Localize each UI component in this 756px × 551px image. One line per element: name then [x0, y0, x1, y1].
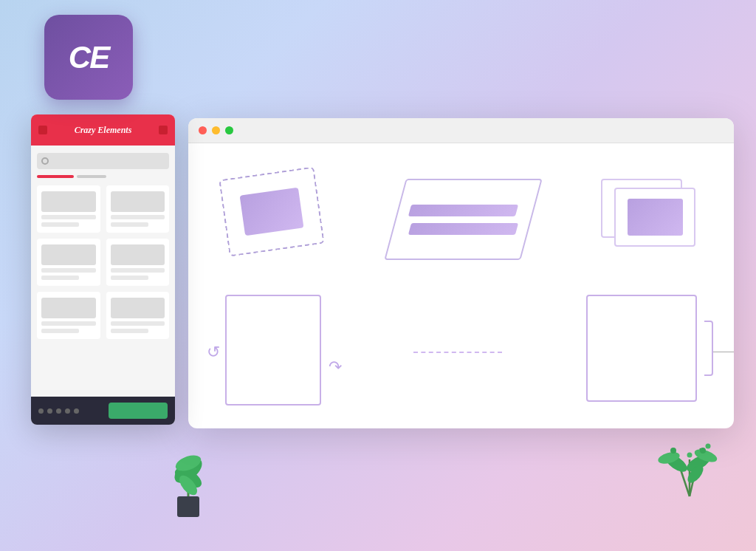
ce-logo-text: CE [69, 40, 109, 75]
rotate-box [225, 295, 321, 405]
app-panel-body [31, 146, 175, 346]
app-card-thumb-4 [111, 244, 165, 265]
app-card-thumb-5 [41, 298, 96, 318]
browser-titlebar [188, 118, 734, 143]
app-card-line-1a [41, 215, 96, 219]
svg-point-14 [700, 448, 706, 454]
app-search-bar[interactable] [37, 153, 169, 169]
panel-header-dot-left [38, 126, 47, 134]
app-card-2 [106, 185, 170, 233]
footer-dot-1 [38, 408, 44, 414]
svg-point-16 [670, 448, 676, 454]
arrow-line [713, 352, 734, 353]
app-card-line-2b [111, 222, 148, 227]
box-rotate-wrap: ↺ ↷ [225, 295, 329, 409]
app-card-4 [106, 239, 170, 286]
svg-point-17 [687, 453, 693, 458]
search-icon [41, 157, 49, 165]
ce-logo: CE [44, 15, 133, 100]
app-card-line-4a [111, 268, 165, 273]
parallelogram-outer [395, 179, 532, 260]
app-card-line-5b [41, 329, 79, 333]
footer-button[interactable] [109, 403, 168, 419]
svg-rect-0 [177, 496, 199, 517]
plant-right [653, 422, 726, 521]
stacked-card-inner [628, 199, 683, 236]
browser-window: ↺ ↷ [188, 118, 734, 428]
rotated-card [219, 166, 324, 256]
stacked-card-front [614, 188, 695, 247]
browser-top-row [218, 165, 704, 273]
app-card-line-2a [111, 215, 165, 219]
browser-dot-red[interactable] [199, 126, 207, 134]
connector-line [413, 352, 502, 353]
browser-dot-yellow[interactable] [212, 126, 220, 134]
app-card-line-1b [41, 222, 79, 227]
box-second-wrap [586, 295, 704, 409]
box-side-bar [704, 321, 713, 376]
app-panel-footer [31, 397, 175, 425]
app-card-5 [37, 292, 100, 339]
app-card-1 [37, 185, 100, 233]
browser-content: ↺ ↷ [188, 143, 734, 428]
app-card-3 [37, 239, 100, 286]
plant-left [159, 430, 218, 521]
panel-header-dot-right [159, 126, 168, 134]
footer-dots [38, 408, 79, 414]
arrow-right-icon [713, 349, 734, 356]
second-box [586, 295, 697, 402]
app-card-thumb-2 [111, 191, 165, 212]
parallelogram-line2 [408, 223, 518, 235]
app-card-line-6a [111, 321, 165, 326]
app-panel-title: Crazy Elements [75, 125, 132, 136]
app-card-thumb-1 [41, 191, 96, 212]
app-grid [37, 185, 169, 339]
browser-dot-green[interactable] [225, 126, 233, 134]
connector-wrap [365, 352, 549, 353]
rotated-card-inner [240, 188, 304, 236]
app-card-6 [106, 292, 170, 339]
app-card-line-4b [111, 276, 148, 280]
parallelogram-wrap [362, 179, 564, 260]
app-panel: Crazy Elements [31, 114, 175, 425]
parallelogram-line1 [408, 205, 518, 216]
parallelogram-bg [384, 179, 542, 260]
footer-dot-4 [65, 408, 70, 414]
browser-bottom-row: ↺ ↷ [225, 295, 704, 409]
stacked-cards-wrap [601, 179, 704, 260]
rotated-card-wrap [218, 165, 325, 273]
app-tab-inactive[interactable] [77, 175, 106, 178]
app-card-thumb-3 [41, 244, 96, 265]
footer-dot-2 [47, 408, 52, 414]
rotate-arrow-left-icon: ↺ [207, 343, 220, 362]
app-panel-header: Crazy Elements [31, 114, 175, 146]
app-card-line-5a [41, 321, 96, 326]
svg-point-15 [706, 444, 711, 449]
app-card-thumb-6 [111, 298, 165, 318]
app-card-line-3a [41, 268, 96, 273]
plant-left-svg [159, 430, 218, 519]
app-card-line-3b [41, 276, 79, 280]
footer-dot-3 [56, 408, 61, 414]
rotate-arrow-right-icon: ↷ [329, 357, 342, 377]
app-tabs [37, 175, 169, 178]
footer-dot-5 [74, 408, 79, 414]
app-tab-active[interactable] [37, 175, 74, 178]
plant-right-svg [653, 422, 726, 519]
app-card-line-6b [111, 329, 148, 333]
